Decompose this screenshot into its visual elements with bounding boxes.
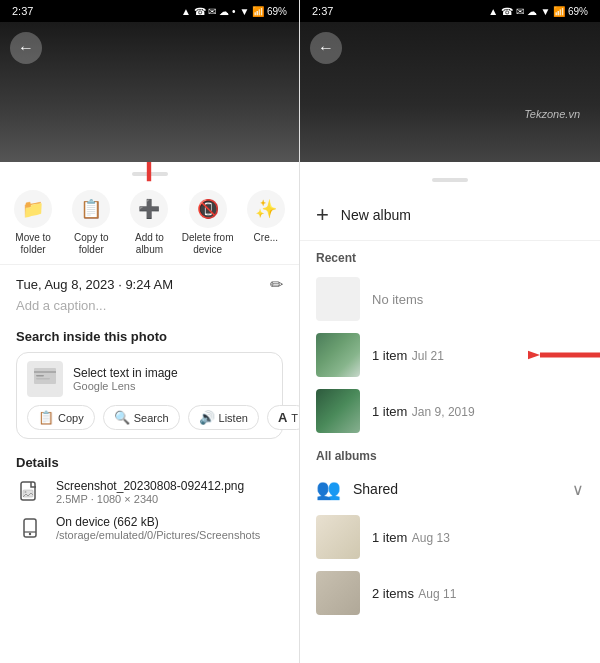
status-bar-right: 2:37 ▲ ☎ ✉ ☁ ▼ 📶 69%: [300, 0, 600, 22]
file-detail-row: Screenshot_20230808-092412.png 2.5MP · 1…: [16, 478, 283, 506]
new-album-label: New album: [341, 207, 411, 223]
status-icons-left: ▲ ☎ ✉ ☁ • ▼ 📶 69%: [181, 6, 287, 17]
shared-thumb-2: [316, 571, 360, 615]
shared-date-2: Aug 11: [418, 587, 456, 601]
delete-from-device-icon: 📵: [189, 190, 227, 228]
status-icons-right: ▲ ☎ ✉ ☁ ▼ 📶 69%: [488, 6, 588, 17]
new-album-row[interactable]: + New album: [300, 194, 600, 241]
watermark: Tekzone.vn: [524, 108, 580, 120]
back-button-left[interactable]: ←: [10, 32, 42, 64]
shared-count-1: 1 item: [372, 530, 407, 545]
caption-placeholder[interactable]: Add a caption...: [16, 298, 283, 313]
create-icon: ✨: [247, 190, 285, 228]
shared-date-1: Aug 13: [412, 531, 450, 545]
info-section: Tue, Aug 8, 2023 · 9:24 AM ✏ Add a capti…: [0, 265, 299, 329]
shared-album-2[interactable]: 2 items Aug 11: [300, 565, 600, 621]
device-icon: [16, 514, 44, 542]
recent-count-2: 1 item: [372, 404, 407, 419]
action-add-to-album[interactable]: ➕ Add toalbum: [123, 190, 175, 256]
right-panel: 2:37 ▲ ☎ ✉ ☁ ▼ 📶 69% ← Tekzone.vn + New …: [300, 0, 600, 663]
lens-info: Select text in image Google Lens: [73, 366, 178, 392]
shared-info-2: 2 items Aug 11: [372, 584, 584, 602]
album-sheet: + New album Recent No items 1 item Jul 2…: [300, 162, 600, 663]
shared-row[interactable]: 👥 Shared ∨: [300, 469, 600, 509]
time-right: 2:37: [312, 5, 333, 17]
red-arrow-left: [528, 337, 600, 373]
search-button[interactable]: 🔍 Search: [103, 405, 180, 430]
move-to-folder-icon: 📁: [14, 190, 52, 228]
recent-info-2: 1 item Jan 9, 2019: [372, 402, 584, 420]
copy-text-icon: 📋: [38, 410, 54, 425]
search-inside-title: Search inside this photo: [16, 329, 283, 344]
copy-to-folder-label: Copy tofolder: [74, 232, 108, 256]
action-copy-to-folder[interactable]: 📋 Copy tofolder: [65, 190, 117, 256]
shared-thumb-1: [316, 515, 360, 559]
file-name: Screenshot_20230808-092412.png: [56, 479, 244, 493]
shared-info-1: 1 item Aug 13: [372, 528, 584, 546]
date-row: Tue, Aug 8, 2023 · 9:24 AM ✏: [16, 275, 283, 294]
new-album-plus-icon: +: [316, 202, 329, 228]
device-detail-row: On device (662 kB) /storage/emulated/0/P…: [16, 514, 283, 542]
svg-rect-4: [34, 371, 56, 373]
no-items-row: No items: [300, 271, 600, 327]
recent-thumb-2: [316, 389, 360, 433]
details-title: Details: [16, 455, 283, 470]
copy-text-label: Copy: [58, 412, 84, 424]
create-label: Cre...: [254, 232, 278, 244]
recent-item-1-container: 1 item Jul 21: [300, 327, 600, 383]
lens-subtitle: Google Lens: [73, 380, 178, 392]
listen-button[interactable]: 🔊 Listen: [188, 405, 259, 430]
edit-icon[interactable]: ✏: [270, 275, 283, 294]
lens-thumbnail: [27, 361, 63, 397]
shared-icon: 👥: [316, 477, 341, 501]
shared-album-1[interactable]: 1 item Aug 13: [300, 509, 600, 565]
lens-top-row: Select text in image Google Lens: [27, 361, 272, 397]
recent-date-2: Jan 9, 2019: [412, 405, 475, 419]
red-arrow-up: [129, 162, 169, 190]
action-row: 📁 Move tofolder 📋 Copy tofolder ➕ Add to…: [0, 182, 299, 265]
add-to-album-label: Add toalbum: [135, 232, 164, 256]
svg-point-11: [29, 533, 31, 535]
action-delete-from-device[interactable]: 📵 Delete fromdevice: [182, 190, 234, 256]
file-detail-info: Screenshot_20230808-092412.png 2.5MP · 1…: [56, 479, 244, 505]
recent-date-1: Jul 21: [412, 349, 444, 363]
image-file-icon: [16, 478, 44, 506]
no-items-text: No items: [372, 292, 423, 307]
action-create[interactable]: ✨ Cre...: [240, 190, 292, 256]
copy-text-button[interactable]: 📋 Copy: [27, 405, 95, 430]
search-section: Search inside this photo: [0, 329, 299, 447]
svg-point-9: [25, 491, 27, 493]
bottom-sheet: 📁 Move tofolder 📋 Copy tofolder ➕ Add to…: [0, 162, 299, 663]
translate-label: T: [291, 412, 298, 424]
chevron-down-icon[interactable]: ∨: [572, 480, 584, 499]
search-icon: 🔍: [114, 410, 130, 425]
listen-icon: 🔊: [199, 410, 215, 425]
file-meta: 2.5MP · 1080 × 2340: [56, 493, 244, 505]
search-label: Search: [134, 412, 169, 424]
shared-label: Shared: [353, 481, 398, 497]
status-bar-left: 2:37 ▲ ☎ ✉ ☁ • ▼ 📶 69%: [0, 0, 299, 22]
recent-thumb-1: [316, 333, 360, 377]
no-items-thumb: [316, 277, 360, 321]
svg-rect-5: [36, 375, 44, 377]
lens-card: Select text in image Google Lens 📋 Copy …: [16, 352, 283, 439]
action-move-to-folder[interactable]: 📁 Move tofolder: [7, 190, 59, 256]
lens-title: Select text in image: [73, 366, 178, 380]
left-panel: 2:37 ▲ ☎ ✉ ☁ • ▼ 📶 69% ← 📁 Move tofolder…: [0, 0, 300, 663]
lens-buttons: 📋 Copy 🔍 Search 🔊 Listen A T: [27, 405, 272, 430]
photo-area-left: ←: [0, 22, 299, 162]
device-detail-info: On device (662 kB) /storage/emulated/0/P…: [56, 515, 260, 541]
recent-item-2[interactable]: 1 item Jan 9, 2019: [300, 383, 600, 439]
shared-count-2: 2 items: [372, 586, 414, 601]
add-to-album-icon: ➕: [130, 190, 168, 228]
listen-label: Listen: [219, 412, 248, 424]
delete-from-device-label: Delete fromdevice: [182, 232, 234, 256]
device-label: On device (662 kB): [56, 515, 260, 529]
device-path: /storage/emulated/0/Pictures/Screenshots: [56, 529, 260, 541]
back-button-right[interactable]: ←: [310, 32, 342, 64]
all-albums-section-label: All albums: [300, 439, 600, 469]
translate-icon: A: [278, 410, 287, 425]
move-to-folder-label: Move tofolder: [15, 232, 51, 256]
photo-area-right: ← Tekzone.vn: [300, 22, 600, 162]
translate-button[interactable]: A T: [267, 405, 299, 430]
